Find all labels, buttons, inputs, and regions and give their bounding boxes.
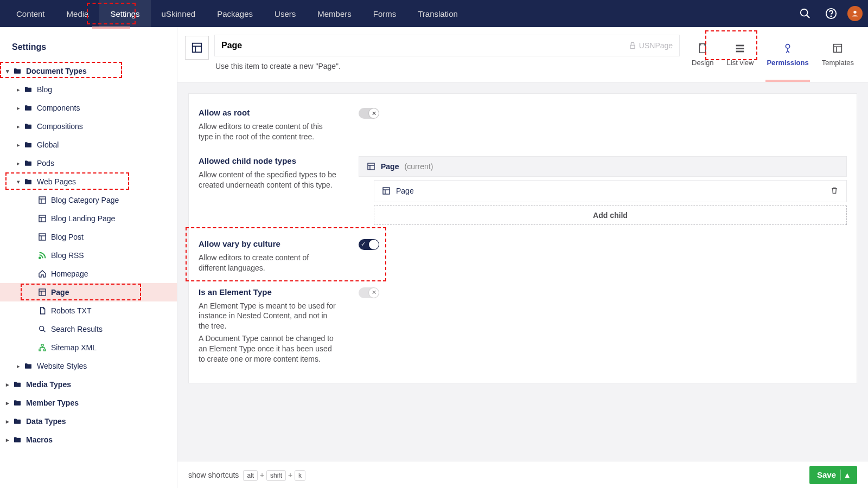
sidebar-title: Settings <box>0 42 177 62</box>
tree-compositions[interactable]: ▸Compositions <box>0 117 177 136</box>
doctype-name-input[interactable] <box>221 41 628 50</box>
caret-up-icon: ▴ <box>845 470 850 480</box>
tree-blog-post[interactable]: Blog Post <box>0 228 177 246</box>
design-icon <box>697 42 709 56</box>
svg-rect-8 <box>39 215 46 222</box>
folder-icon <box>23 122 34 131</box>
tree-homepage[interactable]: Homepage <box>0 265 177 283</box>
tree-data-types[interactable]: ▸Data Types <box>0 412 177 431</box>
tree-robots-txt[interactable]: Robots TXT <box>0 301 177 320</box>
tree-pods[interactable]: ▸Pods <box>0 154 177 172</box>
tree-media-types[interactable]: ▸Media Types <box>0 375 177 394</box>
tree-page[interactable]: Page <box>0 283 177 301</box>
caret-icon: ▸ <box>14 363 23 370</box>
caret-icon: ▸ <box>3 381 12 388</box>
nav-media[interactable]: Media <box>56 0 100 27</box>
folder-icon <box>23 362 34 370</box>
doctype-description[interactable]: Use this item to create a new "Page". <box>214 56 680 70</box>
tree-blog-category-page[interactable]: Blog Category Page <box>0 191 177 209</box>
avatar[interactable] <box>847 6 863 21</box>
save-button[interactable]: Save ▴ <box>809 466 857 484</box>
nav-translation[interactable]: Translation <box>407 0 469 27</box>
search-icon <box>37 325 48 333</box>
nav-packages[interactable]: Packages <box>206 0 264 27</box>
caret-icon: ▸ <box>3 400 12 407</box>
svg-rect-34 <box>368 163 374 170</box>
folder-icon <box>23 140 34 149</box>
allowed-child-current: Page (current) <box>359 156 847 177</box>
tree-components[interactable]: ▸Components <box>0 99 177 117</box>
nav-users[interactable]: Users <box>264 0 307 27</box>
list-icon <box>734 42 746 56</box>
caret-icon: ▸ <box>3 418 12 425</box>
trash-icon[interactable] <box>830 186 839 196</box>
tree-document-types[interactable]: ▾Document Types <box>0 62 177 80</box>
caret-icon: ▸ <box>14 86 23 93</box>
tab-templates[interactable]: Templates <box>815 33 860 76</box>
svg-rect-5 <box>39 197 46 203</box>
tree-web-pages[interactable]: ▾Web Pages <box>0 172 177 191</box>
tree-sitemap-xml[interactable]: Sitemap XML <box>0 338 177 357</box>
layout-icon <box>37 233 48 241</box>
nav-forms[interactable]: Forms <box>362 0 407 27</box>
allow-root-toggle[interactable]: ✕ <box>359 108 379 119</box>
folder-icon <box>23 159 34 168</box>
allowed-child-row[interactable]: Page <box>374 180 847 202</box>
caret-icon: ▸ <box>14 123 23 130</box>
rss-icon <box>37 251 48 260</box>
allow-root-desc: Allow editors to create content of this … <box>199 121 337 142</box>
folder-icon <box>12 380 23 389</box>
tree-blog[interactable]: ▸Blog <box>0 80 177 99</box>
vary-culture-desc: Allow editors to create content of diffe… <box>199 253 337 273</box>
tree-search-results[interactable]: Search Results <box>0 320 177 338</box>
vary-culture-toggle[interactable]: ✓ <box>359 239 379 250</box>
nav-settings[interactable]: Settings <box>99 0 150 27</box>
tree-website-styles[interactable]: ▸Website Styles <box>0 357 177 375</box>
tree-global[interactable]: ▸Global <box>0 136 177 154</box>
allow-root-label: Allow as root <box>199 108 337 117</box>
allowed-children-desc: Allow content of the specified types to … <box>199 170 337 190</box>
svg-point-3 <box>831 16 831 16</box>
layout-icon <box>37 214 48 223</box>
tmpl-icon <box>832 42 844 56</box>
help-icon[interactable] <box>821 4 841 23</box>
svg-point-4 <box>853 11 856 14</box>
folder-icon <box>23 85 34 94</box>
search-icon[interactable] <box>795 4 815 23</box>
svg-rect-26 <box>630 45 635 48</box>
svg-line-1 <box>807 15 810 18</box>
shortcuts-label[interactable]: show shortcuts <box>188 471 239 479</box>
tab-design[interactable]: Design <box>685 33 720 76</box>
tree-blog-rss[interactable]: Blog RSS <box>0 246 177 265</box>
sitemap-icon <box>37 343 48 352</box>
tree-macros[interactable]: ▸Macros <box>0 431 177 449</box>
tab-list-view[interactable]: List view <box>720 33 761 76</box>
tree-blog-landing-page[interactable]: Blog Landing Page <box>0 209 177 228</box>
add-child-button[interactable]: Add child <box>374 206 847 225</box>
element-type-desc2: A Document Type cannot be changed to an … <box>199 333 337 364</box>
svg-rect-31 <box>834 44 842 53</box>
nav-uskinned[interactable]: uSkinned <box>151 0 207 27</box>
nav-content[interactable]: Content <box>5 0 56 27</box>
svg-rect-20 <box>41 344 43 346</box>
svg-rect-21 <box>39 349 41 351</box>
doctype-alias: USNPage <box>628 41 673 50</box>
svg-rect-11 <box>39 234 46 240</box>
layout-icon <box>37 196 48 204</box>
folder-icon <box>12 399 23 407</box>
tab-permissions[interactable]: Permissions <box>760 33 815 76</box>
allowed-children-label: Allowed child node types <box>199 156 337 165</box>
svg-rect-15 <box>39 289 46 296</box>
doc-icon <box>37 306 48 315</box>
nav-members[interactable]: Members <box>307 0 362 27</box>
doctype-icon[interactable] <box>185 36 209 60</box>
caret-icon: ▸ <box>14 160 23 167</box>
svg-rect-37 <box>383 188 390 194</box>
svg-rect-28 <box>736 48 744 49</box>
element-type-desc1: An Element Type is meant to be used for … <box>199 301 337 332</box>
tree-member-types[interactable]: ▸Member Types <box>0 394 177 412</box>
perm-icon <box>782 42 794 56</box>
element-type-label: Is an Element Type <box>199 287 337 297</box>
home-icon <box>37 269 48 278</box>
vary-culture-label: Allow vary by culture <box>199 239 337 248</box>
